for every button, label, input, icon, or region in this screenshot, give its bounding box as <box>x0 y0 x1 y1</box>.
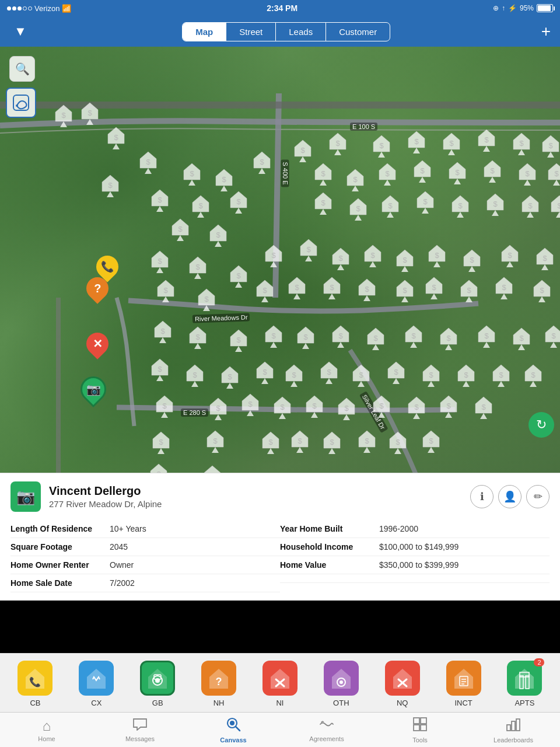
customer-address: 277 River Meadow Dr, Alpine <box>49 499 470 509</box>
icon-badge-inct <box>446 661 481 696</box>
phone-icon: 📞 <box>101 260 114 273</box>
signal-dot-4 <box>23 6 27 11</box>
edit-icon: ✏ <box>534 490 542 503</box>
label-hi: Household Income <box>280 542 379 551</box>
road-label-e280s: E 280 S <box>181 409 208 417</box>
nav-agreements[interactable]: Agreements <box>280 713 373 747</box>
icon-item-nq[interactable]: NQ <box>385 661 420 707</box>
canvass-icon <box>226 717 241 735</box>
info-button[interactable]: ℹ <box>470 485 494 508</box>
refresh-icon: ↻ <box>536 417 547 432</box>
map-refresh-button[interactable]: ↻ <box>528 412 554 438</box>
search-icon: 🔍 <box>15 62 30 76</box>
nav-tools-label: Tools <box>412 736 428 743</box>
icon-badge-cx <box>79 661 114 696</box>
pin-cb[interactable]: 📞 <box>96 256 118 278</box>
svg-point-19 <box>340 680 343 684</box>
map-search-button[interactable]: 🔍 <box>9 56 35 82</box>
agreements-icon <box>319 718 334 734</box>
svg-marker-28 <box>515 669 534 689</box>
wifi-icon: 📶 <box>62 4 71 13</box>
icon-item-ni[interactable]: NI <box>262 661 298 707</box>
status-bar: Verizon 📶 2:34 PM ⊕ ↑ ⚡ 95% <box>0 0 560 16</box>
label-lor: Length Of Residence <box>10 524 110 533</box>
icon-item-nh[interactable]: ? NH <box>201 661 236 707</box>
icon-item-apts[interactable]: 2 APTS <box>507 661 542 707</box>
add-button[interactable]: + <box>541 23 551 40</box>
tab-leads[interactable]: Leads <box>276 23 326 41</box>
lasso-icon <box>12 94 30 111</box>
icon-badge-gb <box>140 661 175 696</box>
pin-gb[interactable]: 📷 <box>80 376 106 402</box>
nav-tools[interactable]: Tools <box>373 713 467 747</box>
person-icon: 👤 <box>503 490 516 503</box>
ni-x-icon <box>268 666 292 690</box>
info-icon: ℹ <box>480 490 484 503</box>
inct-clipboard-icon <box>452 666 475 690</box>
carrier-label: Verizon <box>34 4 60 13</box>
icon-badge-nh: ? <box>201 661 236 696</box>
detail-row-hor: Home Owner Renter Owner <box>10 556 280 574</box>
svg-text:📞: 📞 <box>29 676 41 687</box>
svg-rect-37 <box>414 725 419 731</box>
bottom-nav: ⌂ Home Messages Canvass Agreements Tools… <box>0 712 560 747</box>
oth-icon <box>330 666 353 690</box>
leaderboards-icon <box>506 717 521 735</box>
tab-street[interactable]: Street <box>226 23 276 41</box>
detail-row-sqft: Square Footage 2045 <box>10 538 280 556</box>
icon-label-cb: CB <box>30 699 40 707</box>
icon-item-oth[interactable]: OTH <box>324 661 359 707</box>
pin-ni[interactable]: ✕ <box>86 333 108 355</box>
home-icon: ⌂ <box>43 718 51 734</box>
tab-customer[interactable]: Customer <box>326 23 390 41</box>
icon-label-cx: CX <box>91 699 102 707</box>
icon-item-cb[interactable]: 📞 CB <box>18 661 52 707</box>
icon-label-nh: NH <box>214 699 225 707</box>
signal-dot-5 <box>28 6 32 11</box>
detail-name-block: Vincent Dellergo 277 River Meadow Dr, Al… <box>49 484 470 509</box>
icon-label-gb: GB <box>152 699 163 707</box>
filter-button[interactable]: ▼ <box>9 22 32 41</box>
detail-row-hi: Household Income $100,000 to $149,999 <box>280 538 550 556</box>
value-hsd: 7/2002 <box>110 578 135 588</box>
nav-home-label: Home <box>38 735 55 742</box>
svg-marker-20 <box>393 669 412 689</box>
nav-messages[interactable]: Messages <box>93 713 187 747</box>
status-time: 2:34 PM <box>267 4 298 13</box>
nav-bar: ▼ Map Street Leads Customer + <box>0 16 560 47</box>
icon-label-nq: NQ <box>397 699 408 707</box>
svg-marker-14 <box>271 669 289 689</box>
pin-nh[interactable]: ? <box>86 277 108 299</box>
edit-button[interactable]: ✏ <box>526 485 550 508</box>
nav-home[interactable]: ⌂ Home <box>0 713 93 747</box>
detail-row-hv: Home Value $350,000 to $399,999 <box>280 556 550 574</box>
nq-x-icon <box>391 666 414 690</box>
nav-canvass[interactable]: Canvass <box>187 713 280 747</box>
icon-item-gb[interactable]: GB <box>140 661 175 707</box>
svg-rect-35 <box>414 718 419 724</box>
icon-item-cx[interactable]: CX <box>79 661 114 707</box>
icon-badge-oth <box>324 661 359 696</box>
nav-leaderboards-label: Leaderboards <box>494 736 533 743</box>
apts-building-icon <box>513 666 536 690</box>
tab-map[interactable]: Map <box>183 23 226 41</box>
nav-leaderboards[interactable]: Leaderboards <box>467 713 560 747</box>
person-button[interactable]: 👤 <box>498 485 522 508</box>
map-tab-group: Map Street Leads Customer <box>182 22 390 41</box>
value-lor: 10+ Years <box>110 524 146 533</box>
customer-name: Vincent Dellergo <box>49 484 470 498</box>
detail-row-yhb: Year Home Built 1996-2000 <box>280 520 550 538</box>
pin-ni-shape: ✕ <box>82 328 113 359</box>
road-label-e100s: E 100 S <box>350 123 377 131</box>
map-area[interactable]: River Meadows Dr E 100 S S 400 E E 280 S… <box>0 47 560 473</box>
icon-item-inct[interactable]: INCT <box>446 661 481 707</box>
value-hi: $100,000 to $149,999 <box>379 542 459 551</box>
battery-fill <box>538 5 551 11</box>
icon-label-ni: NI <box>276 699 284 707</box>
icon-label-apts: APTS <box>514 699 534 707</box>
svg-rect-39 <box>507 725 510 731</box>
map-select-button[interactable] <box>6 88 36 118</box>
pin-gb-shape: 📷 <box>75 371 111 407</box>
x-icon: ✕ <box>93 337 103 351</box>
road-label-s400e: S 400 E <box>281 159 289 187</box>
